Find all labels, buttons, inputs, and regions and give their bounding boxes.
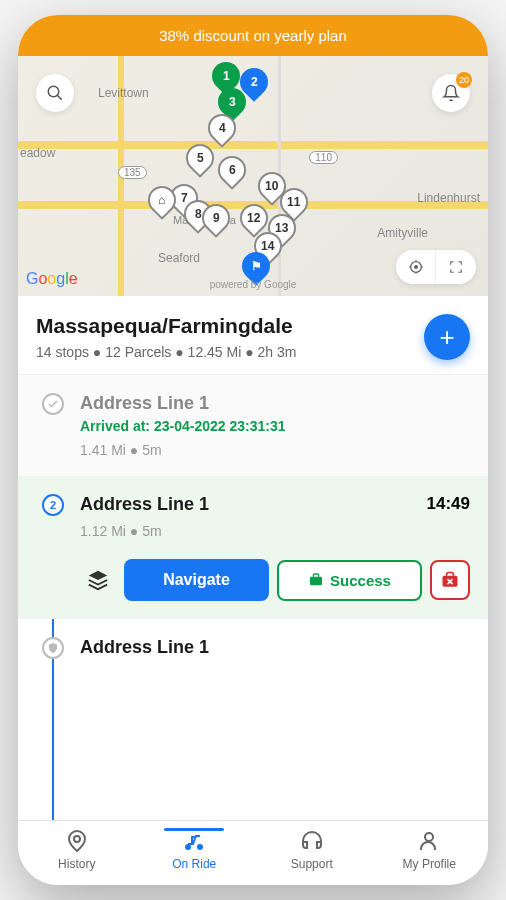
- expand-icon: [449, 260, 463, 274]
- powered-by-label: powered by Google: [210, 279, 297, 290]
- nav-label: My Profile: [403, 857, 456, 871]
- fullscreen-button[interactable]: [436, 250, 476, 284]
- history-icon: [65, 829, 89, 853]
- svg-line-1: [57, 95, 62, 100]
- stop-marker-number: 2: [42, 494, 64, 516]
- map-route-badge: 135: [118, 166, 147, 179]
- nav-active-indicator: [164, 828, 224, 831]
- route-meta: 14 stops ● 12 Parcels ● 12.45 Mi ● 2h 3m: [36, 344, 296, 360]
- stop-marker-shield: [42, 637, 64, 659]
- nav-support[interactable]: Support: [253, 829, 371, 871]
- notifications-button[interactable]: 20: [432, 74, 470, 112]
- layers-button[interactable]: [80, 562, 116, 598]
- plus-icon: +: [439, 322, 454, 353]
- locate-button[interactable]: [396, 250, 436, 284]
- stop-eta: 14:49: [427, 494, 470, 514]
- nav-profile[interactable]: My Profile: [371, 829, 489, 871]
- stop-address: Address Line 1: [80, 494, 470, 515]
- google-logo: Google: [26, 270, 78, 288]
- nav-label: History: [58, 857, 95, 871]
- stop-arrived-time: Arrived at: 23-04-2022 23:31:31: [80, 418, 470, 434]
- scooter-icon: [182, 829, 206, 853]
- layers-icon: [87, 569, 109, 591]
- stop-address: Address Line 1: [80, 393, 470, 414]
- stop-item[interactable]: Address Line 1: [18, 619, 488, 680]
- shield-icon: [47, 642, 59, 654]
- map-route-badge: 110: [309, 151, 338, 164]
- nav-label: On Ride: [172, 857, 216, 871]
- map-place-label: Lindenhurst: [417, 191, 480, 205]
- map-controls: [396, 250, 476, 284]
- package-fail-icon: [440, 570, 460, 590]
- add-stop-button[interactable]: +: [424, 314, 470, 360]
- profile-icon: [417, 829, 441, 853]
- search-icon: [46, 84, 64, 102]
- crosshair-icon: [408, 259, 424, 275]
- headset-icon: [300, 829, 324, 853]
- map-place-label: Levittown: [98, 86, 149, 100]
- stop-marker-check: [42, 393, 64, 415]
- route-header: Massapequa/Farmingdale 14 stops ● 12 Par…: [18, 296, 488, 375]
- nav-history[interactable]: History: [18, 829, 136, 871]
- map-place-label: Seaford: [158, 251, 200, 265]
- stop-item-completed[interactable]: Address Line 1 Arrived at: 23-04-2022 23…: [18, 375, 488, 476]
- svg-point-3: [414, 266, 417, 269]
- notification-badge: 20: [456, 72, 472, 88]
- nav-on-ride[interactable]: On Ride: [136, 829, 254, 871]
- map-search-button[interactable]: [36, 74, 74, 112]
- map-pin-6[interactable]: 6: [218, 156, 246, 192]
- map-road: [18, 141, 488, 149]
- app-screen: 38% discount on yearly plan Levittown ea…: [18, 15, 488, 885]
- svg-point-15: [197, 844, 203, 850]
- map[interactable]: Levittown eadow Seaford Lindenhurst Amit…: [18, 56, 488, 296]
- svg-point-0: [48, 86, 59, 97]
- stop-distance: 1.41 Mi ● 5m: [80, 442, 470, 458]
- map-pin-home[interactable]: ⌂: [148, 186, 176, 222]
- check-icon: [47, 398, 59, 410]
- bell-icon: [442, 84, 460, 102]
- map-pin-5[interactable]: 5: [186, 144, 214, 180]
- discount-banner[interactable]: 38% discount on yearly plan: [18, 15, 488, 56]
- map-place-label: Amityville: [377, 226, 428, 240]
- navigate-button[interactable]: Navigate: [124, 559, 269, 601]
- success-button[interactable]: Success: [277, 560, 422, 601]
- svg-point-13: [74, 836, 80, 842]
- svg-point-16: [425, 833, 433, 841]
- svg-marker-8: [89, 571, 107, 580]
- fail-button[interactable]: [430, 560, 470, 600]
- svg-rect-9: [310, 577, 322, 586]
- map-place-label: eadow: [20, 146, 55, 160]
- map-pin-9[interactable]: 9: [202, 204, 230, 240]
- bottom-nav: History On Ride Support My Profile: [18, 820, 488, 885]
- package-icon: [308, 572, 324, 588]
- stop-distance: 1.12 Mi ● 5m: [80, 523, 470, 539]
- nav-label: Support: [291, 857, 333, 871]
- stop-address: Address Line 1: [80, 637, 470, 658]
- stop-actions: Navigate Success: [80, 559, 470, 601]
- stops-list[interactable]: Address Line 1 Arrived at: 23-04-2022 23…: [18, 375, 488, 820]
- route-title: Massapequa/Farmingdale: [36, 314, 296, 338]
- stop-item-active[interactable]: 2 14:49 Address Line 1 1.12 Mi ● 5m Navi…: [18, 476, 488, 619]
